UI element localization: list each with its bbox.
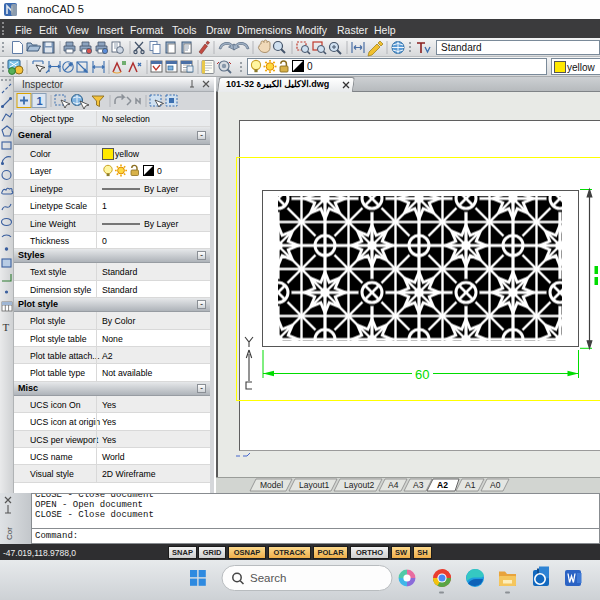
svg-text:yellow: yellow [567,62,596,73]
svg-text:A4: A4 [388,480,399,490]
svg-text:0: 0 [307,61,313,72]
svg-text:Search: Search [250,572,286,584]
svg-text:Layout1: Layout1 [299,480,330,490]
svg-text:Cor: Cor [5,527,14,540]
svg-text:T: T [3,321,10,333]
svg-text:A2: A2 [437,480,448,490]
svg-text:60: 60 [415,367,429,382]
svg-text:Layout2: Layout2 [344,480,375,490]
svg-text:A3: A3 [413,480,424,490]
svg-text:Standard: Standard [441,42,482,53]
svg-text:A0: A0 [490,480,501,490]
svg-text:Model: Model [260,480,283,490]
svg-text:1: 1 [37,95,43,107]
svg-text:A1: A1 [465,480,476,490]
